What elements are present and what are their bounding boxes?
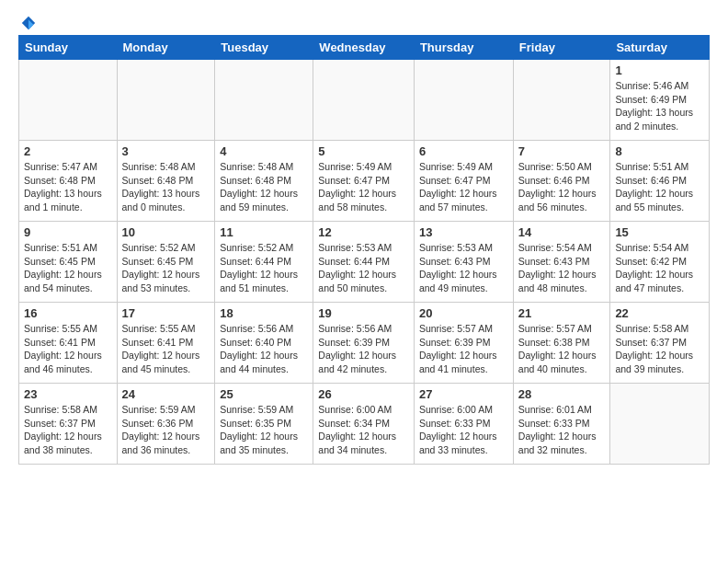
day-number: 9 xyxy=(24,225,112,239)
weekday-header-thursday: Thursday xyxy=(414,36,513,60)
calendar-table: SundayMondayTuesdayWednesdayThursdayFrid… xyxy=(18,35,710,465)
day-number: 10 xyxy=(122,225,210,239)
day-detail: Sunrise: 5:49 AM Sunset: 6:47 PM Dayligh… xyxy=(318,160,409,214)
week-row-3: 16Sunrise: 5:55 AM Sunset: 6:41 PM Dayli… xyxy=(19,303,710,384)
calendar-cell: 7Sunrise: 5:50 AM Sunset: 6:46 PM Daylig… xyxy=(513,141,610,222)
calendar-cell: 11Sunrise: 5:52 AM Sunset: 6:44 PM Dayli… xyxy=(215,222,313,303)
calendar-cell: 9Sunrise: 5:51 AM Sunset: 6:45 PM Daylig… xyxy=(19,222,118,303)
logo xyxy=(18,15,37,26)
weekday-header-friday: Friday xyxy=(513,36,610,60)
calendar-cell: 23Sunrise: 5:58 AM Sunset: 6:37 PM Dayli… xyxy=(19,384,118,465)
calendar-cell xyxy=(117,60,215,141)
weekday-header-sunday: Sunday xyxy=(19,36,118,60)
day-detail: Sunrise: 5:48 AM Sunset: 6:48 PM Dayligh… xyxy=(122,160,210,214)
calendar-cell xyxy=(513,60,610,141)
day-detail: Sunrise: 5:58 AM Sunset: 6:37 PM Dayligh… xyxy=(24,403,112,457)
day-detail: Sunrise: 6:00 AM Sunset: 6:34 PM Dayligh… xyxy=(318,403,409,457)
week-row-2: 9Sunrise: 5:51 AM Sunset: 6:45 PM Daylig… xyxy=(19,222,710,303)
calendar-cell: 15Sunrise: 5:54 AM Sunset: 6:42 PM Dayli… xyxy=(610,222,710,303)
day-detail: Sunrise: 5:59 AM Sunset: 6:35 PM Dayligh… xyxy=(220,403,308,457)
day-number: 25 xyxy=(220,387,308,401)
weekday-header-monday: Monday xyxy=(117,36,215,60)
week-row-0: 1Sunrise: 5:46 AM Sunset: 6:49 PM Daylig… xyxy=(19,60,710,141)
day-number: 4 xyxy=(220,144,308,158)
day-number: 28 xyxy=(518,387,606,401)
calendar-cell: 1Sunrise: 5:46 AM Sunset: 6:49 PM Daylig… xyxy=(610,60,710,141)
day-detail: Sunrise: 5:54 AM Sunset: 6:43 PM Dayligh… xyxy=(518,241,606,295)
day-number: 23 xyxy=(24,387,112,401)
day-detail: Sunrise: 5:57 AM Sunset: 6:38 PM Dayligh… xyxy=(518,322,606,376)
day-detail: Sunrise: 5:58 AM Sunset: 6:37 PM Dayligh… xyxy=(615,322,704,376)
day-number: 6 xyxy=(419,144,508,158)
day-number: 20 xyxy=(419,306,508,320)
calendar-cell: 26Sunrise: 6:00 AM Sunset: 6:34 PM Dayli… xyxy=(313,384,415,465)
calendar-cell: 25Sunrise: 5:59 AM Sunset: 6:35 PM Dayli… xyxy=(215,384,313,465)
day-number: 16 xyxy=(24,306,112,320)
calendar-cell: 17Sunrise: 5:55 AM Sunset: 6:41 PM Dayli… xyxy=(117,303,215,384)
day-detail: Sunrise: 5:52 AM Sunset: 6:45 PM Dayligh… xyxy=(122,241,210,295)
day-number: 24 xyxy=(122,387,210,401)
day-number: 8 xyxy=(615,144,704,158)
day-number: 2 xyxy=(24,144,112,158)
calendar-cell: 3Sunrise: 5:48 AM Sunset: 6:48 PM Daylig… xyxy=(117,141,215,222)
week-row-4: 23Sunrise: 5:58 AM Sunset: 6:37 PM Dayli… xyxy=(19,384,710,465)
weekday-header-tuesday: Tuesday xyxy=(215,36,313,60)
day-detail: Sunrise: 5:53 AM Sunset: 6:44 PM Dayligh… xyxy=(318,241,409,295)
calendar-cell: 13Sunrise: 5:53 AM Sunset: 6:43 PM Dayli… xyxy=(414,222,513,303)
calendar-cell: 28Sunrise: 6:01 AM Sunset: 6:33 PM Dayli… xyxy=(513,384,610,465)
header xyxy=(18,15,710,26)
calendar-cell xyxy=(215,60,313,141)
calendar-cell: 20Sunrise: 5:57 AM Sunset: 6:39 PM Dayli… xyxy=(414,303,513,384)
day-number: 3 xyxy=(122,144,210,158)
calendar-cell xyxy=(610,384,710,465)
calendar-cell: 4Sunrise: 5:48 AM Sunset: 6:48 PM Daylig… xyxy=(215,141,313,222)
day-detail: Sunrise: 5:53 AM Sunset: 6:43 PM Dayligh… xyxy=(419,241,508,295)
calendar-cell: 14Sunrise: 5:54 AM Sunset: 6:43 PM Dayli… xyxy=(513,222,610,303)
calendar-cell: 5Sunrise: 5:49 AM Sunset: 6:47 PM Daylig… xyxy=(313,141,415,222)
day-detail: Sunrise: 5:52 AM Sunset: 6:44 PM Dayligh… xyxy=(220,241,308,295)
calendar-header-row: SundayMondayTuesdayWednesdayThursdayFrid… xyxy=(19,36,710,60)
calendar-cell: 27Sunrise: 6:00 AM Sunset: 6:33 PM Dayli… xyxy=(414,384,513,465)
day-detail: Sunrise: 5:56 AM Sunset: 6:39 PM Dayligh… xyxy=(318,322,409,376)
weekday-header-wednesday: Wednesday xyxy=(313,36,415,60)
calendar-cell: 6Sunrise: 5:49 AM Sunset: 6:47 PM Daylig… xyxy=(414,141,513,222)
day-detail: Sunrise: 5:59 AM Sunset: 6:36 PM Dayligh… xyxy=(122,403,210,457)
calendar-cell xyxy=(414,60,513,141)
day-detail: Sunrise: 5:55 AM Sunset: 6:41 PM Dayligh… xyxy=(122,322,210,376)
week-row-1: 2Sunrise: 5:47 AM Sunset: 6:48 PM Daylig… xyxy=(19,141,710,222)
day-number: 19 xyxy=(318,306,409,320)
day-detail: Sunrise: 5:48 AM Sunset: 6:48 PM Dayligh… xyxy=(220,160,308,214)
calendar-cell: 22Sunrise: 5:58 AM Sunset: 6:37 PM Dayli… xyxy=(610,303,710,384)
calendar-cell: 16Sunrise: 5:55 AM Sunset: 6:41 PM Dayli… xyxy=(19,303,118,384)
calendar-cell: 24Sunrise: 5:59 AM Sunset: 6:36 PM Dayli… xyxy=(117,384,215,465)
day-number: 26 xyxy=(318,387,409,401)
day-detail: Sunrise: 5:46 AM Sunset: 6:49 PM Dayligh… xyxy=(615,79,704,133)
calendar-cell: 12Sunrise: 5:53 AM Sunset: 6:44 PM Dayli… xyxy=(313,222,415,303)
calendar-cell: 8Sunrise: 5:51 AM Sunset: 6:46 PM Daylig… xyxy=(610,141,710,222)
calendar-cell xyxy=(313,60,415,141)
day-number: 17 xyxy=(122,306,210,320)
day-detail: Sunrise: 5:47 AM Sunset: 6:48 PM Dayligh… xyxy=(24,160,112,214)
weekday-header-saturday: Saturday xyxy=(610,36,710,60)
calendar-cell: 18Sunrise: 5:56 AM Sunset: 6:40 PM Dayli… xyxy=(215,303,313,384)
day-number: 7 xyxy=(518,144,606,158)
day-detail: Sunrise: 6:00 AM Sunset: 6:33 PM Dayligh… xyxy=(419,403,508,457)
day-number: 15 xyxy=(615,225,704,239)
day-detail: Sunrise: 5:50 AM Sunset: 6:46 PM Dayligh… xyxy=(518,160,606,214)
calendar-cell: 10Sunrise: 5:52 AM Sunset: 6:45 PM Dayli… xyxy=(117,222,215,303)
day-number: 1 xyxy=(615,63,704,77)
day-detail: Sunrise: 6:01 AM Sunset: 6:33 PM Dayligh… xyxy=(518,403,606,457)
day-number: 13 xyxy=(419,225,508,239)
day-number: 12 xyxy=(318,225,409,239)
day-number: 27 xyxy=(419,387,508,401)
day-detail: Sunrise: 5:51 AM Sunset: 6:46 PM Dayligh… xyxy=(615,160,704,214)
day-detail: Sunrise: 5:54 AM Sunset: 6:42 PM Dayligh… xyxy=(615,241,704,295)
logo-icon xyxy=(20,15,37,31)
day-detail: Sunrise: 5:57 AM Sunset: 6:39 PM Dayligh… xyxy=(419,322,508,376)
day-detail: Sunrise: 5:56 AM Sunset: 6:40 PM Dayligh… xyxy=(220,322,308,376)
calendar-cell xyxy=(19,60,118,141)
day-detail: Sunrise: 5:55 AM Sunset: 6:41 PM Dayligh… xyxy=(24,322,112,376)
day-number: 22 xyxy=(615,306,704,320)
day-number: 5 xyxy=(318,144,409,158)
day-number: 21 xyxy=(518,306,606,320)
